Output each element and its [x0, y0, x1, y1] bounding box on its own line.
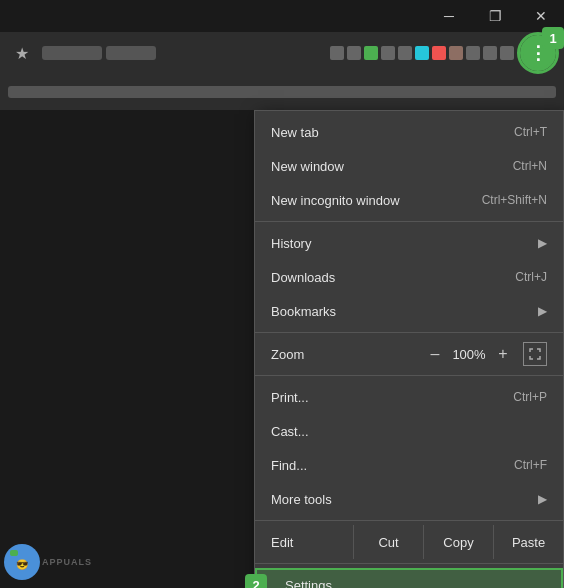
- menu-item-label: Print...: [271, 390, 513, 405]
- submenu-arrow-icon: ▶: [538, 304, 547, 318]
- color-dot: [347, 46, 361, 60]
- edit-label: Edit: [271, 535, 353, 550]
- main-content: 😎 APPUALS New tab Ctrl+T New window Ctrl…: [0, 110, 564, 588]
- menu-item-more-tools[interactable]: More tools ▶: [255, 482, 563, 516]
- restore-button[interactable]: ❐: [472, 0, 518, 32]
- color-dot: [398, 46, 412, 60]
- menu-item-shortcut: Ctrl+P: [513, 390, 547, 404]
- zoom-plus-button[interactable]: +: [491, 342, 515, 366]
- menu-item-label: More tools: [271, 492, 530, 507]
- menu-item-history[interactable]: History ▶: [255, 226, 563, 260]
- menu-item-label: Find...: [271, 458, 514, 473]
- menu-item-zoom: Zoom – 100% +: [255, 337, 563, 371]
- bookmarks-icon[interactable]: ★: [8, 39, 36, 67]
- logo-face: 😎: [4, 544, 40, 580]
- zoom-minus-button[interactable]: –: [423, 342, 447, 366]
- color-dot: [330, 46, 344, 60]
- color-dot: [432, 46, 446, 60]
- menu-item-shortcut: Ctrl+F: [514, 458, 547, 472]
- appuals-text: APPUALS: [42, 557, 92, 567]
- logo-hat: [10, 550, 18, 556]
- menu-item-incognito[interactable]: New incognito window Ctrl+Shift+N: [255, 183, 563, 217]
- tab[interactable]: [106, 46, 156, 60]
- context-menu: New tab Ctrl+T New window Ctrl+N New inc…: [254, 110, 564, 588]
- paste-button[interactable]: Paste: [493, 525, 563, 559]
- color-dot: [483, 46, 497, 60]
- tab[interactable]: [42, 46, 102, 60]
- menu-item-edit-row: Edit Cut Copy Paste: [255, 525, 563, 559]
- color-dot: [364, 46, 378, 60]
- menu-separator: [255, 563, 563, 564]
- sidebar: 😎 APPUALS: [0, 110, 64, 588]
- color-dot: [466, 46, 480, 60]
- menu-item-find[interactable]: Find... Ctrl+F: [255, 448, 563, 482]
- menu-item-label: New incognito window: [271, 193, 482, 208]
- menu-item-label: Downloads: [271, 270, 515, 285]
- menu-item-settings[interactable]: 2 Settings: [255, 568, 563, 588]
- color-dots: [330, 46, 514, 60]
- submenu-arrow-icon: ▶: [538, 236, 547, 250]
- zoom-percent-value: 100%: [447, 347, 491, 362]
- menu-item-label: New tab: [271, 125, 514, 140]
- titlebar: ─ ❐ ✕: [0, 0, 564, 32]
- menu-item-label: New window: [271, 159, 513, 174]
- copy-button[interactable]: Copy: [423, 525, 493, 559]
- menu-separator: [255, 375, 563, 376]
- omnibox-area: [0, 74, 564, 110]
- submenu-arrow-icon: ▶: [538, 492, 547, 506]
- minimize-button[interactable]: ─: [426, 0, 472, 32]
- menu-item-label: Bookmarks: [271, 304, 530, 319]
- menu-separator: [255, 221, 563, 222]
- menu-item-label: Settings: [285, 578, 545, 589]
- address-bar[interactable]: [8, 86, 556, 98]
- menu-separator: [255, 332, 563, 333]
- menu-badge-1: 1: [542, 27, 564, 49]
- logo-face-emoji: 😎: [16, 559, 28, 570]
- menu-item-shortcut: Ctrl+T: [514, 125, 547, 139]
- menu-item-new-window[interactable]: New window Ctrl+N: [255, 149, 563, 183]
- menu-item-print[interactable]: Print... Ctrl+P: [255, 380, 563, 414]
- color-dot: [500, 46, 514, 60]
- menu-item-shortcut: Ctrl+Shift+N: [482, 193, 547, 207]
- tab-strip: [42, 46, 324, 60]
- menu-item-new-tab[interactable]: New tab Ctrl+T: [255, 115, 563, 149]
- menu-item-label: History: [271, 236, 530, 251]
- color-dot: [415, 46, 429, 60]
- menu-button-wrapper: ⋮ 1: [520, 35, 556, 71]
- tab-bar: ★ ⋮ 1: [0, 32, 564, 74]
- appuals-logo-area: 😎 APPUALS: [4, 544, 92, 580]
- settings-badge-2: 2: [245, 574, 267, 588]
- fullscreen-button[interactable]: [523, 342, 547, 366]
- menu-separator: [255, 520, 563, 521]
- color-dot: [449, 46, 463, 60]
- color-dot: [381, 46, 395, 60]
- menu-item-shortcut: Ctrl+N: [513, 159, 547, 173]
- menu-item-label: Cast...: [271, 424, 547, 439]
- cut-button[interactable]: Cut: [353, 525, 423, 559]
- menu-item-shortcut: Ctrl+J: [515, 270, 547, 284]
- menu-item-cast[interactable]: Cast...: [255, 414, 563, 448]
- menu-item-bookmarks[interactable]: Bookmarks ▶: [255, 294, 563, 328]
- menu-item-downloads[interactable]: Downloads Ctrl+J: [255, 260, 563, 294]
- zoom-label: Zoom: [271, 347, 423, 362]
